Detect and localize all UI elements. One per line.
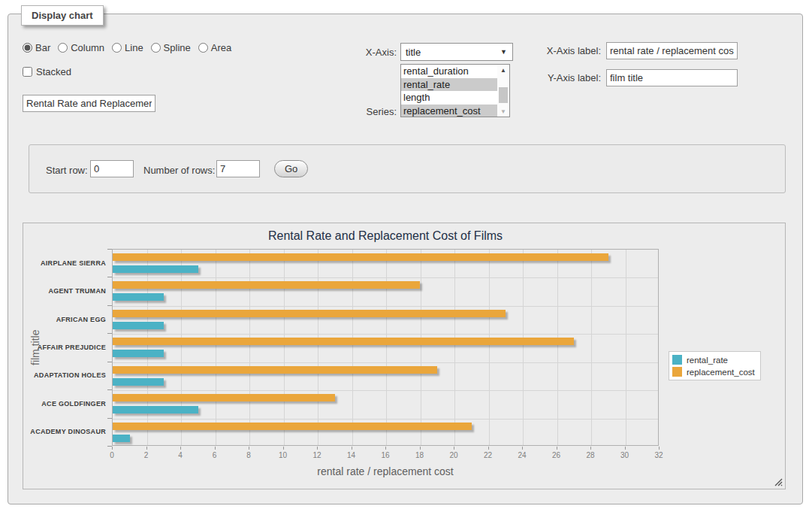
resize-handle-icon[interactable] — [774, 477, 783, 486]
select-dropdown-arrow-icon: ▼ — [500, 48, 507, 56]
x-axis-label-caption: X-Axis label: — [526, 45, 601, 56]
bar-replacement_cost — [113, 253, 608, 261]
series-option-length[interactable]: length — [401, 91, 497, 105]
series-option-rental-duration[interactable]: rental_duration — [401, 65, 497, 78]
radio-item-spline: Spline — [151, 42, 191, 53]
vertical-gridline — [352, 250, 353, 445]
start-row-input[interactable] — [90, 160, 134, 177]
chart-title: Rental Rate and Replacement Cost of Film… — [112, 229, 659, 243]
legend-row: rental_rate — [672, 355, 755, 365]
vertical-gridline — [557, 250, 558, 445]
legend-swatch — [672, 367, 682, 377]
chart-type-label-area: Area — [211, 42, 231, 53]
vertical-gridline — [318, 250, 318, 445]
bar-replacement_cost — [113, 281, 420, 289]
x-axis-tick — [215, 447, 216, 450]
y-axis-tick — [107, 305, 112, 306]
stacked-checkbox[interactable] — [23, 67, 32, 77]
horizontal-gridline — [113, 419, 658, 420]
number-of-rows-input[interactable] — [216, 160, 260, 177]
x-axis-tick-label: 24 — [511, 451, 533, 459]
bar-replacement_cost — [113, 423, 472, 430]
x-axis-select[interactable]: title ▼ — [400, 43, 513, 61]
x-axis-tick — [590, 447, 591, 450]
x-axis-tick-label: 16 — [374, 451, 397, 459]
x-axis-tick-label: 32 — [647, 451, 670, 459]
x-axis-tick-label: 4 — [169, 451, 192, 459]
scrollbar-down-arrow-icon[interactable]: ▼ — [497, 106, 509, 117]
bar-rental_rate — [113, 293, 164, 301]
legend-label: rental_rate — [687, 356, 728, 365]
horizontal-gridline — [113, 390, 658, 391]
series-select-label: Series: — [323, 106, 397, 117]
row-range-panel: Start row: Number of rows: Go — [29, 144, 786, 193]
x-axis-tick — [625, 447, 626, 450]
category-label: ADAPTATION HOLES — [23, 371, 106, 379]
chart-type-radio-line[interactable] — [112, 43, 122, 53]
x-axis-tick — [249, 447, 249, 450]
chart-type-label-column: Column — [71, 42, 104, 53]
x-axis-tick — [112, 447, 113, 450]
chart-legend: rental_ratereplacement_cost — [669, 351, 761, 380]
y-axis-tick — [107, 389, 112, 390]
category-label: AFRICAN EGG — [23, 316, 106, 323]
series-multiselect[interactable]: rental_duration rental_rate length repla… — [400, 64, 510, 117]
fieldset-legend: Display chart — [21, 5, 104, 26]
category-label: ACE GOLDFINGER — [23, 400, 106, 407]
radio-item-column: Column — [58, 42, 104, 53]
category-label: ACADEMY DINOSAUR — [23, 428, 106, 435]
y-axis-tick — [107, 333, 112, 334]
vertical-gridline — [523, 250, 524, 445]
x-axis-tick-label: 2 — [135, 451, 158, 459]
chart-type-radio-column[interactable] — [58, 43, 68, 53]
vertical-gridline — [181, 250, 182, 445]
category-label: AIRPLANE SIERRA — [23, 259, 106, 267]
x-axis-selected-value: title — [406, 47, 421, 58]
chart-type-radio-bar[interactable] — [23, 43, 32, 53]
vertical-gridline — [249, 250, 250, 445]
horizontal-gridline — [113, 277, 658, 278]
vertical-gridline — [489, 250, 490, 445]
x-axis-tick — [317, 447, 318, 450]
x-axis-tick — [557, 447, 557, 450]
y-axis-tick — [107, 362, 112, 362]
y-axis-label-caption: Y-Axis label: — [526, 72, 601, 83]
scrollbar-thumb[interactable] — [499, 87, 508, 103]
bar-replacement_cost — [113, 310, 506, 317]
x-axis-tick — [488, 447, 489, 450]
x-axis-label-input[interactable] — [606, 42, 738, 59]
x-axis-tick-label: 12 — [306, 451, 328, 459]
vertical-gridline — [421, 250, 421, 445]
chart-type-radio-area[interactable] — [198, 43, 208, 53]
go-button[interactable]: Go — [274, 160, 308, 177]
chart-type-label-bar: Bar — [35, 42, 50, 53]
x-axis-select-label: X-Axis: — [323, 47, 397, 58]
bar-rental_rate — [113, 322, 164, 329]
series-option-rental-rate[interactable]: rental_rate — [401, 78, 497, 92]
vertical-gridline — [626, 250, 626, 445]
y-axis-label-input[interactable] — [606, 69, 738, 86]
bar-replacement_cost — [113, 338, 574, 345]
series-list-scrollbar[interactable]: ▲ ▼ — [497, 65, 509, 117]
x-axis-tick — [283, 447, 284, 450]
x-axis-tick — [454, 447, 454, 450]
x-axis-tick — [420, 447, 421, 450]
horizontal-gridline — [113, 334, 658, 335]
legend-label: replacement_cost — [687, 368, 755, 377]
bar-rental_rate — [113, 406, 198, 414]
x-axis-tick-label: 8 — [237, 451, 260, 459]
x-axis-tick — [352, 447, 352, 450]
radio-item-bar: Bar — [23, 42, 50, 53]
x-axis-tick-label: 28 — [579, 451, 602, 459]
chart-title-input[interactable] — [23, 95, 155, 112]
chart-type-radio-spline[interactable] — [151, 43, 161, 53]
series-option-replacement-cost[interactable]: replacement_cost — [401, 105, 497, 118]
y-axis-tick — [107, 418, 112, 419]
vertical-gridline — [591, 250, 592, 445]
scrollbar-up-arrow-icon[interactable]: ▲ — [497, 65, 509, 75]
y-axis-tick — [107, 277, 112, 277]
x-axis-tick-label: 22 — [477, 451, 500, 459]
chart-type-label-spline: Spline — [164, 42, 191, 53]
bar-rental_rate — [113, 435, 130, 442]
x-axis-tick-label: 6 — [204, 451, 226, 459]
